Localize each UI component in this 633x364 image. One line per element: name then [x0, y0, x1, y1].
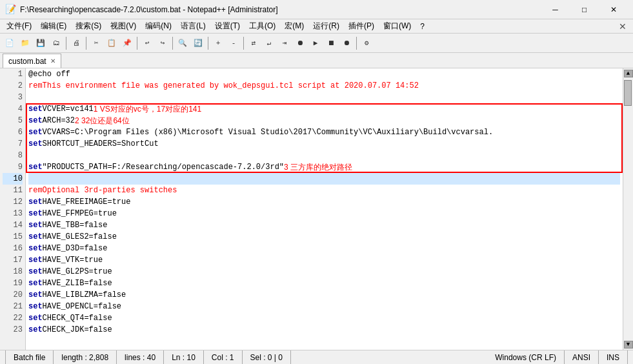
code-line-13: set HAVE_FFMPEG=true	[28, 208, 620, 219]
menu-close-icon[interactable]: ✕	[615, 21, 630, 32]
tb-undo[interactable]: ↩	[140, 36, 154, 50]
status-ins: INS	[599, 350, 628, 364]
status-length: length : 2,808	[54, 350, 117, 364]
toolbar-sep-7	[356, 37, 357, 50]
tb-wrap[interactable]: ↵	[262, 36, 276, 50]
code-line-16: set HAVE_D3D=false	[28, 243, 620, 254]
tb-replace[interactable]: 🔄	[191, 36, 205, 50]
menu-view[interactable]: 视图(V)	[106, 19, 140, 33]
menu-encode[interactable]: 编码(N)	[141, 19, 176, 33]
menu-file[interactable]: 文件(F)	[3, 19, 35, 33]
toolbar: 📄 📁 💾 🗂 🖨 ✂ 📋 📌 ↩ ↪ 🔍 🔄 + - ⇄ ↵ ⇥ ⏺ ▶ ⏹ …	[0, 34, 633, 53]
menu-search[interactable]: 搜索(S)	[72, 19, 105, 33]
line-num-10: 10	[3, 173, 23, 185]
toolbar-sep-1	[66, 37, 66, 50]
tb-new[interactable]: 📄	[3, 36, 17, 50]
line-num-4: 4	[3, 103, 23, 115]
tab-label: custom.bat	[8, 57, 46, 66]
app-icon: 📝	[5, 4, 16, 15]
tb-stop[interactable]: ⏹	[324, 36, 338, 50]
toolbar-sep-6	[243, 37, 244, 50]
status-line-ending: Windows (CR LF)	[487, 350, 565, 364]
code-line-7: set SHORTCUT_HEADERS=ShortCut	[28, 138, 620, 150]
line-num-19: 19	[3, 278, 23, 289]
title-bar: 📝 F:\Researching\opencascade-7.2.0\custo…	[0, 0, 633, 19]
tb-zoom-out[interactable]: -	[226, 36, 241, 50]
menu-window[interactable]: 窗口(W)	[379, 19, 415, 33]
tb-cut[interactable]: ✂	[89, 36, 103, 50]
line-num-2: 2	[3, 80, 23, 92]
tb-indent[interactable]: ⇥	[277, 36, 292, 50]
line-num-12: 12	[3, 196, 23, 208]
tb-zoom-in[interactable]: +	[211, 36, 225, 50]
line-num-7: 7	[3, 138, 23, 150]
status-col: Col : 1	[204, 350, 243, 364]
code-line-4: set VCVER=vc141 1 VS对应的vc号，17对应的141	[28, 103, 620, 115]
code-line-17: set HAVE_VTK=true	[28, 254, 620, 266]
menu-help[interactable]: ?	[416, 21, 428, 32]
menu-run[interactable]: 运行(R)	[309, 19, 343, 33]
tb-open[interactable]: 📁	[18, 36, 32, 50]
tb-redo[interactable]: ↪	[156, 36, 170, 50]
status-lines: lines : 40	[117, 350, 164, 364]
line-num-5: 5	[3, 115, 23, 126]
tb-run[interactable]: ▶	[308, 36, 323, 50]
menu-bar: 文件(F) 编辑(E) 搜索(S) 视图(V) 编码(N) 语言(L) 设置(T…	[0, 19, 633, 34]
code-line-12: set HAVE_FREEIMAGE=true	[28, 196, 620, 208]
tab-close-icon[interactable]: ✕	[50, 57, 55, 65]
code-line-22: set CHECK_QT4=false	[28, 312, 620, 324]
menu-edit[interactable]: 编辑(E)	[37, 19, 70, 33]
menu-plugin[interactable]: 插件(P)	[345, 19, 378, 33]
scroll-thumb[interactable]	[624, 80, 632, 106]
editor-container: 1234567891011121314151617181920212223 @e…	[0, 68, 633, 350]
menu-macro[interactable]: 宏(M)	[281, 19, 308, 33]
line-num-22: 22	[3, 312, 23, 324]
tb-record[interactable]: ⏺	[339, 36, 354, 50]
tb-find[interactable]: 🔍	[176, 36, 190, 50]
toolbar-sep-5	[208, 37, 208, 50]
code-line-3	[28, 92, 620, 103]
close-button[interactable]: ✕	[599, 0, 628, 19]
code-line-23: set CHECK_JDK=false	[28, 324, 620, 336]
tb-paste[interactable]: 📌	[120, 36, 134, 50]
tb-print[interactable]: 🖨	[69, 36, 83, 50]
file-tab[interactable]: custom.bat ✕	[3, 54, 61, 68]
vertical-scrollbar[interactable]: ▲ ▼	[623, 68, 633, 350]
line-num-15: 15	[3, 231, 23, 243]
toolbar-sep-4	[172, 37, 173, 50]
code-line-21: set HAVE_OPENCL=false	[28, 301, 620, 312]
status-ln: Ln : 10	[164, 350, 204, 364]
code-line-1: @echo off	[28, 68, 620, 80]
tb-sync[interactable]: ⇄	[246, 36, 261, 50]
maximize-button[interactable]: □	[570, 0, 599, 19]
menu-settings[interactable]: 设置(T)	[211, 19, 244, 33]
line-num-11: 11	[3, 185, 23, 196]
code-line-14: set HAVE_TBB=false	[28, 219, 620, 231]
status-bar: Batch file length : 2,808 lines : 40 Ln …	[0, 350, 633, 364]
minimize-button[interactable]: ─	[541, 0, 570, 19]
menu-lang[interactable]: 语言(L)	[177, 19, 210, 33]
scroll-down-arrow[interactable]: ▼	[624, 341, 633, 349]
line-num-13: 13	[3, 208, 23, 219]
line-num-8: 8	[3, 150, 23, 161]
code-line-20: set HAVE_LIBLZMA=false	[28, 289, 620, 301]
scroll-track[interactable]	[623, 77, 633, 341]
line-num-3: 3	[3, 92, 23, 103]
tb-saveall[interactable]: 🗂	[49, 36, 63, 50]
scroll-up-arrow[interactable]: ▲	[624, 70, 633, 77]
code-line-6: set VCVARS=C:\Program Files (x86)\Micros…	[28, 126, 620, 138]
code-line-18: set HAVE_GL2PS=true	[28, 266, 620, 278]
tb-macro[interactable]: ⏺	[293, 36, 307, 50]
tb-save[interactable]: 💾	[34, 36, 48, 50]
menu-tools[interactable]: 工具(O)	[245, 19, 279, 33]
tab-bar: custom.bat ✕	[0, 53, 633, 68]
code-area[interactable]: @echo offrem This environment file was g…	[26, 68, 623, 350]
line-num-14: 14	[3, 219, 23, 231]
status-sel: Sel : 0 | 0	[243, 350, 291, 364]
line-numbers: 1234567891011121314151617181920212223	[0, 68, 26, 350]
code-content: @echo offrem This environment file was g…	[26, 68, 623, 336]
status-filetype: Batch file	[5, 350, 54, 364]
tb-copy[interactable]: 📋	[105, 36, 119, 50]
code-line-10	[28, 173, 620, 185]
tb-settings[interactable]: ⚙	[359, 36, 374, 50]
